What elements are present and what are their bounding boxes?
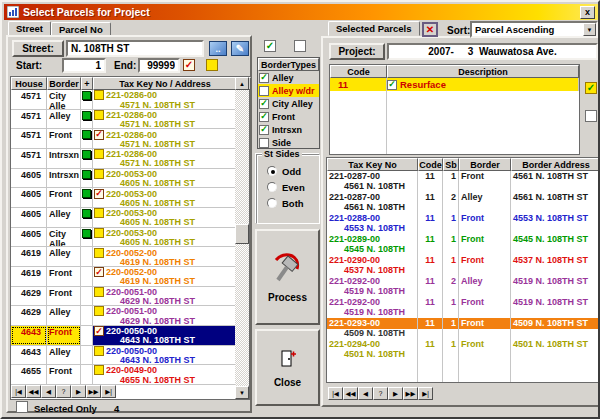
- nav-button[interactable]: ▶: [388, 387, 403, 400]
- street-button[interactable]: Street:: [12, 40, 64, 57]
- code-row[interactable]: 11✓Resurface: [330, 78, 579, 91]
- column-header[interactable]: Border Address: [511, 158, 600, 171]
- selected-parcel-row[interactable]: 221-0288-004553 N. 108TH111Front4553 N. …: [327, 213, 599, 234]
- code-check-all-checkbox[interactable]: ✓: [585, 82, 597, 94]
- parcel-row[interactable]: 4605Intrsxn220-0053-004605 N. 108TH ST: [11, 169, 237, 189]
- parcel-row[interactable]: 4643Front✓220-0050-004643 N. 108TH ST: [11, 326, 237, 346]
- street-input[interactable]: [66, 40, 204, 57]
- column-header[interactable]: Code: [330, 65, 387, 78]
- bordertype-item[interactable]: ✓Alley: [258, 71, 319, 84]
- column-header[interactable]: Tax Key No: [327, 158, 418, 171]
- nav-button[interactable]: ▶▶: [403, 387, 418, 400]
- tab-parcel-no[interactable]: Parcel No: [51, 22, 111, 36]
- code-uncheck-all-checkbox[interactable]: [585, 110, 597, 122]
- selected-parcel-row[interactable]: 221-0287-004561 N. 108TH111Front4561 N. …: [327, 171, 599, 192]
- tab-selected-parcels[interactable]: Selected Parcels: [328, 21, 420, 36]
- end-input[interactable]: [138, 58, 180, 73]
- selected-parcel-row[interactable]: 221-0292-004519 N. 108TH111Front4519 N. …: [327, 297, 599, 318]
- parcel-select-checkbox[interactable]: [94, 149, 104, 159]
- parcel-row[interactable]: 4629Alley220-0051-004629 N. 108TH ST: [11, 306, 237, 326]
- project-input[interactable]: [387, 43, 598, 60]
- project-button[interactable]: Project:: [329, 43, 385, 60]
- tab-street[interactable]: Street: [8, 21, 51, 36]
- code-checkbox[interactable]: ✓: [387, 80, 397, 90]
- parcel-select-checkbox[interactable]: [94, 228, 104, 238]
- nav-button[interactable]: |◀: [328, 387, 343, 400]
- column-header[interactable]: Code: [418, 158, 443, 171]
- parcel-select-checkbox[interactable]: ✓: [94, 130, 104, 140]
- parcel-select-checkbox[interactable]: [94, 169, 104, 179]
- scroll-down-icon[interactable]: ▼: [235, 386, 249, 399]
- parcel-select-checkbox[interactable]: [94, 110, 104, 120]
- parcel-row[interactable]: 4571City Alle221-0286-004571 N. 108TH ST: [11, 90, 237, 110]
- st-side-option[interactable]: Odd: [257, 163, 319, 179]
- bordertype-checkbox[interactable]: [259, 86, 269, 96]
- selected-parcel-row[interactable]: 221-0287-004561 N. 108TH112Alley4561 N. …: [327, 192, 599, 213]
- parcel-select-checkbox[interactable]: [94, 90, 104, 100]
- column-header[interactable]: Description: [387, 65, 579, 78]
- selected-parcel-row[interactable]: 221-0293-004509 N. 108TH111Front4509 N. …: [327, 318, 599, 339]
- bordertypes-header[interactable]: BorderTypes: [258, 58, 319, 71]
- street-lookup-button[interactable]: ..: [209, 41, 227, 56]
- radio-button[interactable]: [267, 182, 277, 192]
- parcel-row[interactable]: 4643Alley220-0050-004643 N. 108TH ST: [11, 346, 237, 366]
- parcel-row[interactable]: 4655Front220-0049-004655 N. 108TH ST: [11, 365, 237, 385]
- scroll-up-icon[interactable]: ▲: [235, 77, 249, 90]
- selected-parcel-row[interactable]: 221-0292-004519 N. 108TH112Alley4519 N. …: [327, 276, 599, 297]
- unchecked-filter-checkbox[interactable]: [206, 59, 218, 71]
- sort-dropdown[interactable]: Parcel Ascending ▼: [470, 21, 598, 38]
- parcel-row[interactable]: 4605Alley220-0053-004605 N. 108TH ST: [11, 208, 237, 228]
- parcel-row[interactable]: 4619Front✓220-0052-004619 N. 108TH ST: [11, 267, 237, 287]
- nav-button[interactable]: ▶: [71, 385, 86, 398]
- title-bar[interactable]: Select Parcels for Project x: [4, 4, 598, 20]
- nav-button[interactable]: ◀◀: [26, 385, 41, 398]
- uncheck-all-checkbox[interactable]: [294, 40, 306, 52]
- column-header[interactable]: House: [11, 77, 47, 90]
- nav-button[interactable]: ▶|: [418, 387, 433, 400]
- column-header[interactable]: +: [81, 77, 93, 90]
- st-side-option[interactable]: Both: [257, 195, 319, 211]
- parcel-row[interactable]: 4571Intrsxn221-0286-004571 N. 108TH ST: [11, 149, 237, 169]
- start-input[interactable]: [62, 58, 106, 73]
- selected-parcel-row[interactable]: 221-0290-004537 N. 108TH111Front4537 N. …: [327, 255, 599, 276]
- bordertype-item[interactable]: Side: [258, 136, 319, 149]
- radio-button[interactable]: [267, 198, 277, 208]
- nav-button[interactable]: ◀: [41, 385, 56, 398]
- column-header[interactable]: Sb: [443, 158, 459, 171]
- parcel-select-checkbox[interactable]: ✓: [94, 267, 104, 277]
- parcel-row[interactable]: 4629Front220-0051-004629 N. 108TH ST: [11, 287, 237, 307]
- column-header[interactable]: Border: [47, 77, 81, 90]
- parcel-select-checkbox[interactable]: [94, 287, 104, 297]
- radio-button[interactable]: [267, 166, 277, 176]
- selected-parcel-row[interactable]: 221-0294-004501 N. 108TH111Front4501 N. …: [327, 339, 599, 360]
- close-button[interactable]: Close: [255, 329, 320, 406]
- selected-parcel-row[interactable]: 221-0289-004545 N. 108TH111Front4545 N. …: [327, 234, 599, 255]
- close-window-button[interactable]: x: [580, 6, 595, 19]
- nav-button[interactable]: ◀◀: [343, 387, 358, 400]
- parcel-row[interactable]: 4619Alley220-0052-004619 N. 108TH ST: [11, 247, 237, 267]
- column-header[interactable]: Border: [459, 158, 511, 171]
- process-button[interactable]: Process: [255, 229, 320, 325]
- parcel-select-checkbox[interactable]: [94, 306, 104, 316]
- parcel-row[interactable]: 4571Alley221-0286-004571 N. 108TH ST: [11, 110, 237, 130]
- nav-button[interactable]: |◀: [11, 385, 26, 398]
- parcel-row[interactable]: 4605Front✓220-0053-004605 N. 108TH ST: [11, 188, 237, 208]
- bordertype-checkbox[interactable]: [259, 138, 269, 148]
- bordertype-item[interactable]: Alley w/dr: [258, 84, 319, 97]
- bordertype-checkbox[interactable]: ✓: [259, 112, 269, 122]
- bordertype-checkbox[interactable]: ✓: [259, 99, 269, 109]
- street-edit-icon[interactable]: ✎: [231, 41, 249, 56]
- nav-button[interactable]: ▶|: [101, 385, 116, 398]
- checked-filter-checkbox[interactable]: ✓: [183, 59, 195, 71]
- selected-only-checkbox[interactable]: [16, 401, 28, 413]
- parcel-select-checkbox[interactable]: ✓: [94, 326, 104, 336]
- nav-button[interactable]: ◀: [358, 387, 373, 400]
- bordertype-item[interactable]: ✓Intrsxn: [258, 123, 319, 136]
- parcel-select-checkbox[interactable]: [94, 248, 104, 258]
- bordertype-checkbox[interactable]: ✓: [259, 125, 269, 135]
- nav-button[interactable]: ▶▶: [86, 385, 101, 398]
- parcel-select-checkbox[interactable]: ✓: [94, 189, 104, 199]
- left-scrollbar-thumb[interactable]: [235, 224, 249, 244]
- parcel-row[interactable]: 4571Front✓221-0286-004571 N. 108TH ST: [11, 129, 237, 149]
- parcel-row[interactable]: 4605City Alle220-0053-004605 N. 108TH ST: [11, 228, 237, 248]
